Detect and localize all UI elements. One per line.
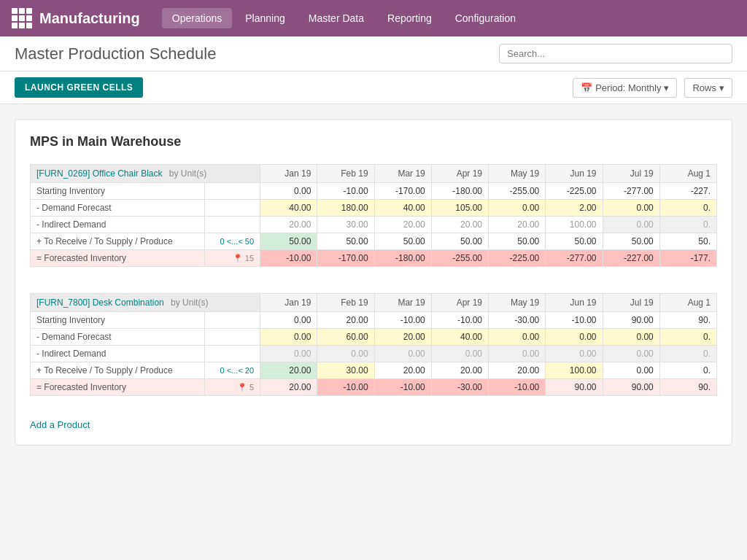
cell-starting-may-2[interactable]: -30.00 xyxy=(489,312,546,329)
cell-forecasted-feb-1[interactable]: -170.00 xyxy=(317,250,374,267)
cell-indirect-jul-2[interactable]: 0.00 xyxy=(603,346,659,362)
cell-indirect-aug-2[interactable]: 0. xyxy=(659,346,716,362)
cell-indirect-feb-1[interactable]: 30.00 xyxy=(317,217,374,233)
cell-demand-apr-2[interactable]: 40.00 xyxy=(431,329,488,346)
cell-indirect-aug-1[interactable]: 0. xyxy=(659,217,716,233)
cell-receive-mar-2[interactable]: 20.00 xyxy=(374,362,431,379)
cell-demand-apr-1[interactable]: 105.00 xyxy=(431,200,488,217)
cell-receive-jun-1[interactable]: 50.00 xyxy=(546,233,603,250)
cell-demand-jan-1[interactable]: 40.00 xyxy=(260,200,317,217)
cell-demand-aug-1[interactable]: 0. xyxy=(659,200,716,217)
cell-demand-mar-1[interactable]: 40.00 xyxy=(374,200,431,217)
month-header-jun-2: Jun 19 xyxy=(546,294,603,312)
cell-indirect-mar-1[interactable]: 20.00 xyxy=(374,217,431,233)
cell-starting-jun-2[interactable]: -10.00 xyxy=(546,312,603,329)
cell-indirect-jul-1[interactable]: 0.00 xyxy=(603,217,659,233)
cell-starting-jun-1[interactable]: -225.00 xyxy=(546,183,603,200)
month-header-mar-2: Mar 19 xyxy=(374,294,431,312)
cell-receive-feb-1[interactable]: 50.00 xyxy=(317,233,374,250)
cell-starting-feb-2[interactable]: 20.00 xyxy=(317,312,374,329)
cell-demand-jun-2[interactable]: 0.00 xyxy=(546,329,603,346)
cell-indirect-mar-2[interactable]: 0.00 xyxy=(374,346,431,362)
cell-receive-feb-2[interactable]: 30.00 xyxy=(317,362,374,379)
nav-configuration[interactable]: Configuration xyxy=(445,8,526,28)
cell-starting-may-1[interactable]: -255.00 xyxy=(489,183,546,200)
cell-receive-jan-2[interactable]: 20.00 xyxy=(260,362,317,379)
cell-forecasted-jan-1[interactable]: -10.00 xyxy=(260,250,317,267)
cell-indirect-apr-2[interactable]: 0.00 xyxy=(431,346,488,362)
cell-demand-feb-2[interactable]: 60.00 xyxy=(317,329,374,346)
cell-starting-apr-1[interactable]: -180.00 xyxy=(431,183,488,200)
cell-demand-jun-1[interactable]: 2.00 xyxy=(546,200,603,217)
cell-forecasted-apr-1[interactable]: -255.00 xyxy=(431,250,488,267)
cell-starting-jul-2[interactable]: 90.00 xyxy=(603,312,659,329)
cell-forecasted-jun-2[interactable]: 90.00 xyxy=(546,379,603,396)
app-logo[interactable]: Manufacturing xyxy=(12,8,140,28)
nav-operations[interactable]: Operations xyxy=(162,8,232,28)
cell-receive-aug-2[interactable]: 0. xyxy=(659,362,716,379)
cell-receive-apr-2[interactable]: 20.00 xyxy=(431,362,488,379)
cell-indirect-apr-1[interactable]: 20.00 xyxy=(431,217,488,233)
cell-forecasted-may-1[interactable]: -225.00 xyxy=(489,250,546,267)
cell-forecasted-jul-1[interactable]: -227.00 xyxy=(603,250,659,267)
cell-receive-jul-1[interactable]: 50.00 xyxy=(603,233,659,250)
cell-indirect-jan-1[interactable]: 20.00 xyxy=(260,217,317,233)
cell-receive-jan-1[interactable]: 50.00 xyxy=(260,233,317,250)
cell-receive-may-1[interactable]: 50.00 xyxy=(489,233,546,250)
cell-receive-apr-1[interactable]: 50.00 xyxy=(431,233,488,250)
period-button[interactable]: 📅 Period: Monthly ▾ xyxy=(573,78,677,98)
cell-forecasted-mar-1[interactable]: -180.00 xyxy=(374,250,431,267)
cell-forecasted-aug-1[interactable]: -177. xyxy=(659,250,716,267)
cell-forecasted-aug-2[interactable]: 90. xyxy=(659,379,716,396)
row-label-forecasted-1: = Forecasted Inventory xyxy=(31,250,205,267)
nav-master-data[interactable]: Master Data xyxy=(298,8,374,28)
cell-demand-jul-2[interactable]: 0.00 xyxy=(603,329,659,346)
cell-starting-mar-1[interactable]: -170.00 xyxy=(374,183,431,200)
cell-receive-may-2[interactable]: 20.00 xyxy=(489,362,546,379)
search-input[interactable] xyxy=(499,44,732,63)
launch-green-cells-button[interactable]: LAUNCH GREEN CELLS xyxy=(15,77,143,98)
product-2-link[interactable]: [FURN_7800] Desk Combination xyxy=(36,298,164,308)
cell-indirect-jun-1[interactable]: 100.00 xyxy=(546,217,603,233)
nav-planning[interactable]: Planning xyxy=(235,8,295,28)
cell-demand-mar-2[interactable]: 20.00 xyxy=(374,329,431,346)
cell-starting-jan-1[interactable]: 0.00 xyxy=(260,183,317,200)
cell-demand-jan-2[interactable]: 0.00 xyxy=(260,329,317,346)
cell-demand-aug-2[interactable]: 0. xyxy=(659,329,716,346)
cell-receive-aug-1[interactable]: 50. xyxy=(659,233,716,250)
cell-indirect-may-2[interactable]: 0.00 xyxy=(489,346,546,362)
cell-forecasted-jul-2[interactable]: 90.00 xyxy=(603,379,659,396)
month-header-jul-2: Jul 19 xyxy=(603,294,659,312)
cell-starting-aug-2[interactable]: 90. xyxy=(659,312,716,329)
cell-forecasted-apr-2[interactable]: -30.00 xyxy=(431,379,488,396)
table-row: + To Receive / To Supply / Produce 0 <..… xyxy=(31,233,717,250)
cell-indirect-jun-2[interactable]: 0.00 xyxy=(546,346,603,362)
cell-demand-may-2[interactable]: 0.00 xyxy=(489,329,546,346)
cell-indirect-may-1[interactable]: 20.00 xyxy=(489,217,546,233)
subheader: Master Production Schedule xyxy=(0,36,747,71)
cell-starting-apr-2[interactable]: -10.00 xyxy=(431,312,488,329)
cell-forecasted-may-2[interactable]: -10.00 xyxy=(489,379,546,396)
cell-forecasted-feb-2[interactable]: -10.00 xyxy=(317,379,374,396)
cell-starting-aug-1[interactable]: -227. xyxy=(659,183,716,200)
cell-forecasted-jan-2[interactable]: 20.00 xyxy=(260,379,317,396)
rows-button[interactable]: Rows ▾ xyxy=(684,78,732,98)
product-1-link[interactable]: [FURN_0269] Office Chair Black xyxy=(36,168,163,179)
cell-receive-mar-1[interactable]: 50.00 xyxy=(374,233,431,250)
cell-starting-jul-1[interactable]: -277.00 xyxy=(603,183,659,200)
nav-reporting[interactable]: Reporting xyxy=(377,8,442,28)
cell-demand-feb-1[interactable]: 180.00 xyxy=(317,200,374,217)
month-header-mar-1: Mar 19 xyxy=(374,165,431,183)
cell-indirect-feb-2[interactable]: 0.00 xyxy=(317,346,374,362)
cell-indirect-jan-2[interactable]: 0.00 xyxy=(260,346,317,362)
cell-demand-may-1[interactable]: 0.00 xyxy=(489,200,546,217)
cell-forecasted-jun-1[interactable]: -277.00 xyxy=(546,250,603,267)
cell-receive-jun-2[interactable]: 100.00 xyxy=(546,362,603,379)
cell-starting-feb-1[interactable]: -10.00 xyxy=(317,183,374,200)
cell-starting-jan-2[interactable]: 0.00 xyxy=(260,312,317,329)
cell-demand-jul-1[interactable]: 0.00 xyxy=(603,200,659,217)
cell-receive-jul-2[interactable]: 0.00 xyxy=(603,362,659,379)
add-product-button[interactable]: Add a Product xyxy=(30,419,90,430)
cell-starting-mar-2[interactable]: -10.00 xyxy=(374,312,431,329)
cell-forecasted-mar-2[interactable]: -10.00 xyxy=(374,379,431,396)
